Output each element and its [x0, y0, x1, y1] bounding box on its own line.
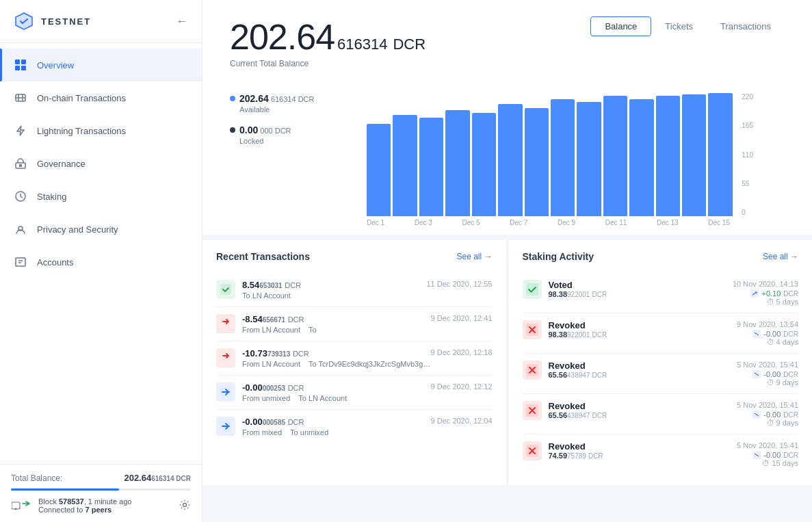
sidebar-item-lightning[interactable]: Lightning Transactions [0, 114, 202, 147]
stk-reward: +0.10DCR ⏱5 days [733, 289, 798, 306]
tx-item: 8.54653031 DCR To LN Account 11 Dec 2020… [216, 273, 493, 307]
stk-name: Revoked [549, 320, 607, 330]
tx-date: 11 Dec 2020, 12:55 [426, 280, 492, 288]
stk-price: 65.56438947 DCR [549, 371, 607, 379]
lightning-icon [14, 124, 27, 138]
svg-rect-20 [220, 318, 231, 329]
back-button[interactable]: ← [176, 14, 188, 29]
stk-item: Revoked 65.56438947 DCR 5 Nov 2020, 15:4… [523, 354, 799, 394]
recent-tx-see-all[interactable]: See all → [456, 252, 492, 261]
status-text: Block 578537, 1 minute ago Connected to … [38, 497, 131, 514]
stk-details: Revoked 65.56438947 DCR [549, 401, 607, 419]
sidebar-item-label-governance: Governance [37, 159, 86, 169]
bar-chart: 220 165 110 55 0 [367, 79, 733, 216]
tx-details: 8.54653031 DCR To LN Account [242, 280, 301, 300]
staking-see-all[interactable]: See all → [763, 252, 798, 261]
stk-right: 9 Nov 2020, 13:54 -0.00DCR ⏱4 days [737, 320, 798, 346]
staking-header: Staking Activity See all → [523, 251, 799, 262]
tx-left: -10.73739313 DCR From LN Account To TcrD… [216, 348, 430, 368]
stk-right: 5 Nov 2020, 15:41 -0.00DCR ⏱15 days [737, 441, 798, 467]
sidebar-item-privacy[interactable]: Privacy and Security [0, 213, 202, 246]
sidebar-item-label-staking: Staking [37, 192, 66, 202]
stk-right: 5 Nov 2020, 15:41 -0.00DCR ⏱9 days [737, 361, 798, 387]
revoked-icon [523, 441, 542, 460]
tx-amount: -10.73739313 DCR [242, 348, 430, 358]
tx-details: -10.73739313 DCR From LN Account To TcrD… [242, 348, 430, 368]
tx-date: 9 Dec 2020, 12:41 [431, 314, 493, 322]
svg-point-17 [15, 508, 17, 510]
legend-sub-locked: Locked [239, 137, 339, 145]
recent-tx-header: Recent Transactions See all → [216, 251, 493, 262]
x-axis-labels: Dec 1 Dec 3 Dec 5 Dec 7 Dec 9 Dec 11 Dec… [367, 216, 733, 235]
sidebar-item-governance[interactable]: Governance [0, 147, 202, 180]
tx-item: -8.54656671 DCR From LN Account To 9 Dec… [216, 307, 493, 341]
sidebar-item-accounts[interactable]: Accounts [0, 246, 202, 278]
tx-details: -0.00000585 DCR From mixed To unmixed [242, 417, 328, 436]
tx-amount: 8.54653031 DCR [242, 280, 301, 290]
chain-icon [14, 91, 27, 105]
tx-route: From unmixed To LN Account [242, 394, 347, 402]
bar [393, 115, 417, 216]
bar [629, 99, 653, 216]
legend-sub-available: Available [239, 105, 339, 114]
bar [472, 113, 496, 216]
stk-name: Revoked [549, 361, 607, 371]
balance-denom: DCR [393, 36, 425, 53]
tab-tickets[interactable]: Tickets [651, 17, 707, 36]
settings-icon[interactable] [179, 499, 191, 513]
tx-date: 9 Dec 2020, 12:18 [431, 348, 493, 356]
stk-name: Voted [549, 280, 607, 290]
tx-left: -0.00000253 DCR From unmixed To LN Accou… [216, 382, 347, 402]
bar [525, 108, 549, 216]
legend-available: 202.64 616314 DCR Available [230, 93, 339, 114]
stk-details: Voted 98.38922001 DCR [549, 280, 607, 298]
stk-price: 65.56438947 DCR [549, 411, 607, 419]
tab-balance[interactable]: Balance [590, 16, 651, 36]
tx-route: To LN Account [242, 291, 301, 300]
tab-transactions[interactable]: Transactions [707, 17, 785, 36]
balance-amount: 202.64616314DCR [230, 16, 425, 57]
sidebar-header: TESTNET ← [0, 0, 202, 43]
balance-tabs: Balance Tickets Transactions [590, 16, 785, 36]
legend-locked: 0.00 000 DCR Locked [230, 125, 339, 145]
sidebar-item-overview[interactable]: Overview [0, 49, 202, 81]
bar [498, 104, 522, 216]
balance-section: 202.64616314DCR Current Total Balance Ba… [202, 0, 812, 235]
stk-left: Revoked 65.56438947 DCR [523, 401, 607, 420]
revoked-icon [523, 361, 542, 380]
stk-details: Revoked 98.38922001 DCR [549, 320, 607, 339]
stk-reward: -0.00DCR ⏱4 days [737, 330, 798, 346]
staking-icon [14, 190, 27, 203]
stk-item: Voted 98.38922001 DCR 10 Nov 2020, 14:13… [523, 273, 799, 313]
legend-amount-locked: 0.00 000 DCR [239, 125, 291, 135]
stk-left: Revoked 98.38922001 DCR [523, 320, 607, 339]
stk-reward: -0.00DCR ⏱9 days [737, 370, 798, 387]
balance-display: 202.64616314DCR Current Total Balance [230, 16, 425, 68]
tx-details: -0.00000253 DCR From unmixed To LN Accou… [242, 382, 347, 402]
stk-date: 5 Nov 2020, 15:41 [737, 361, 798, 369]
tx-date: 9 Dec 2020, 12:04 [431, 417, 493, 425]
stk-price: 74.5975789 DCR [549, 452, 603, 460]
sidebar: TESTNET ← Overview On-chain Transactions… [0, 0, 202, 522]
revoked-icon [523, 401, 542, 420]
bar [367, 124, 391, 216]
sidebar-item-onchain[interactable]: On-chain Transactions [0, 81, 202, 114]
sync-progress-bar [11, 488, 191, 491]
stk-date: 5 Nov 2020, 15:41 [737, 401, 798, 409]
sidebar-item-staking[interactable]: Staking [0, 180, 202, 213]
governance-icon [14, 157, 27, 170]
stk-left: Voted 98.38922001 DCR [523, 280, 607, 299]
stk-right: 10 Nov 2020, 14:13 +0.10DCR ⏱5 days [733, 280, 798, 306]
tx-left: -0.00000585 DCR From mixed To unmixed [216, 417, 328, 436]
svg-point-18 [183, 503, 187, 506]
bar [445, 110, 469, 216]
tx-icon-mixed [216, 382, 235, 402]
bar [656, 96, 680, 216]
stk-reward: -0.00DCR ⏱9 days [737, 410, 798, 427]
staking-activity-panel: Staking Activity See all → Voted 98.3892… [509, 240, 813, 485]
stk-reward: -0.00DCR ⏱15 days [737, 451, 798, 467]
stk-left: Revoked 74.5975789 DCR [523, 441, 603, 460]
legend-dot-locked [230, 127, 235, 133]
sidebar-footer: Total Balance: 202.64616314 DCR Block 57… [0, 464, 202, 522]
tx-left: -8.54656671 DCR From LN Account To [216, 314, 317, 334]
